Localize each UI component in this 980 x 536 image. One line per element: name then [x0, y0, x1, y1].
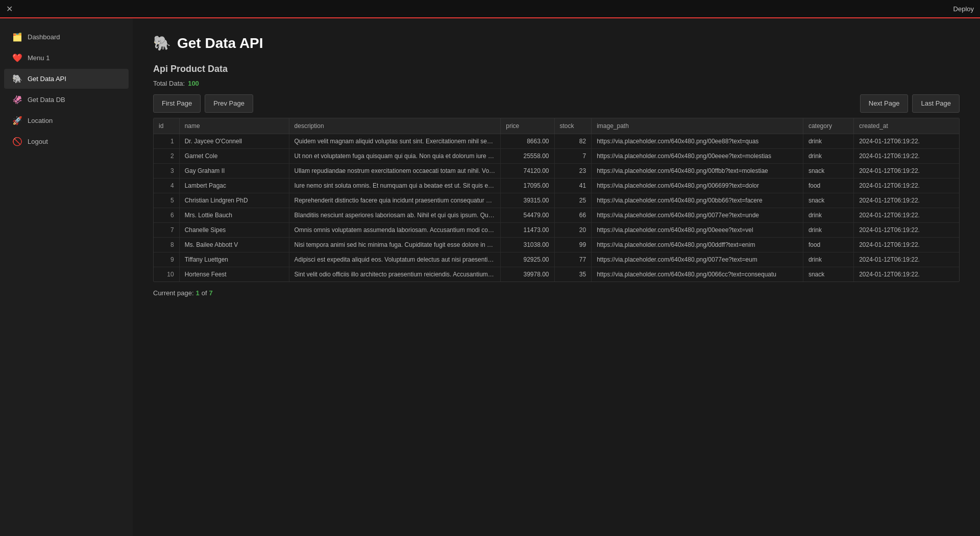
cell-image_path: https://via.placeholder.com/640x480.png/…: [592, 223, 803, 238]
cell-description: Reprehenderit distinctio facere quia inc…: [289, 193, 501, 208]
table-row: 4Lambert PagacIure nemo sint soluta omni…: [154, 178, 959, 193]
sidebar-icon-get-data-db: 🦑: [12, 95, 22, 105]
table-row: 8Ms. Bailee Abbott VNisi tempora animi s…: [154, 238, 959, 252]
close-icon[interactable]: ✕: [6, 4, 13, 14]
cell-name: Garnet Cole: [179, 149, 289, 164]
deploy-button[interactable]: Deploy: [953, 5, 974, 13]
cell-stock: 41: [554, 178, 592, 193]
table-row: 3Gay Graham IIUllam repudiandae nostrum …: [154, 164, 959, 178]
cell-created_at: 2024-01-12T06:19:22.: [854, 193, 959, 208]
cell-description: Ullam repudiandae nostrum exercitationem…: [289, 164, 501, 178]
sidebar-item-dashboard[interactable]: 🗂️Dashboard: [4, 27, 129, 47]
cell-price: 17095.00: [501, 178, 554, 193]
cell-id: 2: [154, 149, 179, 164]
cell-category: food: [803, 238, 853, 252]
cell-image_path: https://via.placeholder.com/640x480.png/…: [592, 238, 803, 252]
cell-id: 7: [154, 223, 179, 238]
current-page-number: 1: [196, 289, 200, 297]
cell-description: Ut non et voluptatem fuga quisquam qui q…: [289, 149, 501, 164]
cell-image_path: https://via.placeholder.com/640x480.png/…: [592, 193, 803, 208]
cell-description: Iure nemo sint soluta omnis. Et numquam …: [289, 178, 501, 193]
current-page-label: Current page:: [153, 289, 194, 297]
sidebar-label-get-data-api: Get Data API: [28, 75, 66, 83]
table-row: 9Tiffany LuettgenAdipisci est expedita a…: [154, 252, 959, 267]
sidebar-item-location[interactable]: 🚀Location: [4, 111, 129, 131]
cell-name: Mrs. Lottie Bauch: [179, 208, 289, 223]
cell-id: 10: [154, 267, 179, 282]
cell-price: 11473.00: [501, 223, 554, 238]
cell-image_path: https://via.placeholder.com/640x480.png/…: [592, 149, 803, 164]
cell-price: 31038.00: [501, 238, 554, 252]
cell-image_path: https://via.placeholder.com/640x480.png/…: [592, 164, 803, 178]
cell-stock: 7: [554, 149, 592, 164]
last-page-button[interactable]: Last Page: [912, 94, 960, 113]
cell-category: drink: [803, 223, 853, 238]
cell-created_at: 2024-01-12T06:19:22.: [854, 223, 959, 238]
sidebar-item-logout[interactable]: 🚫Logout: [4, 132, 129, 151]
cell-category: snack: [803, 164, 853, 178]
cell-category: food: [803, 178, 853, 193]
cell-name: Tiffany Luettgen: [179, 252, 289, 267]
cell-created_at: 2024-01-12T06:19:22.: [854, 238, 959, 252]
cell-name: Chanelle Sipes: [179, 223, 289, 238]
cell-created_at: 2024-01-12T06:19:22.: [854, 208, 959, 223]
table-header-row: id name description price stock image_pa…: [154, 118, 959, 134]
cell-created_at: 2024-01-12T06:19:22.: [854, 252, 959, 267]
cell-image_path: https://via.placeholder.com/640x480.png/…: [592, 208, 803, 223]
cell-created_at: 2024-01-12T06:19:22.: [854, 164, 959, 178]
total-data-row: Total Data: 100: [153, 80, 960, 87]
cell-category: drink: [803, 134, 853, 149]
cell-stock: 20: [554, 223, 592, 238]
cell-id: 1: [154, 134, 179, 149]
sidebar-label-location: Location: [28, 117, 53, 124]
topbar: ✕ Deploy: [0, 0, 980, 18]
cell-id: 9: [154, 252, 179, 267]
col-header-id: id: [154, 118, 179, 134]
cell-category: drink: [803, 149, 853, 164]
cell-image_path: https://via.placeholder.com/640x480.png/…: [592, 267, 803, 282]
sidebar-item-get-data-db[interactable]: 🦑Get Data DB: [4, 90, 129, 110]
total-pages: 7: [209, 289, 213, 297]
cell-name: Hortense Feest: [179, 267, 289, 282]
cell-price: 25558.00: [501, 149, 554, 164]
cell-created_at: 2024-01-12T06:19:22.: [854, 178, 959, 193]
pagination-left: First Page Prev Page: [153, 94, 253, 113]
page-title-row: 🐘 Get Data API: [153, 35, 960, 52]
sidebar-item-get-data-api[interactable]: 🐘Get Data API: [4, 69, 129, 89]
data-table: id name description price stock image_pa…: [154, 118, 959, 282]
sidebar-icon-dashboard: 🗂️: [12, 32, 22, 42]
sidebar-item-menu1[interactable]: ❤️Menu 1: [4, 48, 129, 68]
sidebar-icon-menu1: ❤️: [12, 53, 22, 63]
pagination-right: Next Page Last Page: [860, 94, 960, 113]
prev-page-button[interactable]: Prev Page: [205, 94, 253, 113]
cell-category: snack: [803, 267, 853, 282]
cell-name: Dr. Jaycee O'Connell: [179, 134, 289, 149]
table-row: 5Christian Lindgren PhDReprehenderit dis…: [154, 193, 959, 208]
cell-id: 8: [154, 238, 179, 252]
col-header-category: category: [803, 118, 853, 134]
col-header-name: name: [179, 118, 289, 134]
col-header-image-path: image_path: [592, 118, 803, 134]
col-header-description: description: [289, 118, 501, 134]
cell-price: 39315.00: [501, 193, 554, 208]
total-data-label: Total Data:: [153, 80, 185, 87]
cell-price: 92925.00: [501, 252, 554, 267]
cell-name: Ms. Bailee Abbott V: [179, 238, 289, 252]
sidebar-label-dashboard: Dashboard: [28, 33, 60, 41]
next-page-button[interactable]: Next Page: [860, 94, 909, 113]
first-page-button[interactable]: First Page: [153, 94, 201, 113]
cell-id: 3: [154, 164, 179, 178]
cell-category: drink: [803, 208, 853, 223]
app-layout: 🗂️Dashboard❤️Menu 1🐘Get Data API🦑Get Dat…: [0, 18, 980, 536]
cell-description: Omnis omnis voluptatem assumenda laborio…: [289, 223, 501, 238]
col-header-price: price: [501, 118, 554, 134]
cell-price: 39978.00: [501, 267, 554, 282]
of-label: of: [202, 289, 207, 297]
table-row: 6Mrs. Lottie BauchBlanditiis nesciunt as…: [154, 208, 959, 223]
page-title-icon: 🐘: [153, 35, 171, 52]
cell-category: drink: [803, 252, 853, 267]
cell-stock: 23: [554, 164, 592, 178]
sidebar-label-get-data-db: Get Data DB: [28, 96, 65, 104]
cell-name: Christian Lindgren PhD: [179, 193, 289, 208]
pagination-top: First Page Prev Page Next Page Last Page: [153, 94, 960, 113]
